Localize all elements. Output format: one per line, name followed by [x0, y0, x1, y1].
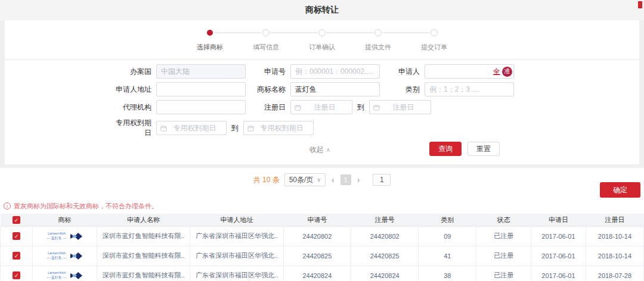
cell-company: 深圳市蓝灯鱼智能科技有限..	[97, 246, 190, 266]
category-field[interactable]	[425, 82, 514, 96]
expiry-date-label: 专用权到期日	[113, 118, 156, 138]
divider	[5, 59, 639, 60]
calendar-icon	[295, 104, 301, 111]
row-checkbox[interactable]: ✓	[13, 271, 20, 279]
row-checkbox[interactable]: ✓	[13, 252, 20, 260]
col-applicant-name: 申请人名称	[97, 214, 190, 226]
trademark-name-field[interactable]	[290, 82, 380, 96]
apply-no-field[interactable]	[290, 64, 380, 79]
result-section: 共 10 条 50条/页 ∨ ‹ 1 › 1 确定 i 置灰商标为国际标和无效商…	[0, 168, 644, 281]
step-dot	[374, 29, 382, 36]
stepper: 选择商标 填写信息 订单确认 提供文件 提交订单	[5, 20, 639, 52]
col-apply-date: 申请日	[531, 214, 586, 226]
step-dot-active	[207, 30, 213, 36]
cell-apply-date: 2017-06-01	[531, 266, 586, 281]
col-reg-no: 注册号	[351, 214, 419, 226]
cell-address: 广东省深圳市福田区华强北..	[190, 266, 283, 281]
col-applicant-address: 申请人地址	[190, 214, 283, 226]
calendar-icon	[373, 104, 380, 111]
cell-reg-no: 24420802	[351, 226, 419, 246]
step-select-trademark: 选择商标	[182, 27, 238, 52]
trademark-logo: Lanternfish — 蓝灯鱼 —	[33, 232, 97, 240]
search-form: 办案国 申请号 申请人 全 准 申请人地址	[113, 64, 531, 157]
step-submit-order: 提交订单	[406, 27, 462, 52]
register-date-label: 注册日	[247, 102, 290, 113]
step-fill-info: 填写信息	[238, 27, 294, 52]
confirm-button[interactable]: 确定	[600, 182, 640, 198]
notice-row: i 置灰商标为国际标和无效商标，不符合办理条件。	[0, 201, 644, 211]
table-header-row: ✓ 商标 申请人名称 申请人地址 申请号 注册号 类别 状态 申请日 注册日	[1, 214, 644, 226]
next-page-button[interactable]: ›	[356, 175, 361, 185]
country-field	[156, 64, 246, 79]
cell-reg-date: 2018-07-28	[586, 266, 643, 281]
cell-status: 已注册	[476, 246, 531, 266]
cell-reg-no: 24420825	[351, 246, 419, 266]
table-row: ✓ Lanternfish — 蓝灯鱼 — 深圳市蓝灯	[1, 266, 644, 281]
chevron-down-icon: ∨	[317, 177, 321, 183]
page-size-select[interactable]: 50条/页 ∨	[284, 173, 326, 186]
cell-apply-no: 24420825	[283, 246, 351, 266]
cell-apply-no: 24420824	[283, 266, 351, 281]
expiry-date-end-picker[interactable]: 专用权到期日	[243, 121, 314, 135]
page-title: 商标转让	[305, 5, 339, 15]
prev-page-button[interactable]: ‹	[330, 175, 336, 185]
collapse-link[interactable]: 收起 ∧	[309, 145, 330, 155]
cell-address: 广东省深圳市福田区华强北..	[190, 246, 283, 266]
cell-company: 深圳市蓝灯鱼智能科技有限..	[97, 226, 190, 246]
search-button[interactable]: 查询	[429, 142, 462, 156]
cell-class: 38	[419, 266, 476, 281]
trademark-name-label: 商标名称	[247, 85, 290, 95]
cell-status: 已注册	[476, 266, 531, 281]
col-apply-no: 申请号	[283, 214, 351, 226]
trademark-table: ✓ 商标 申请人名称 申请人地址 申请号 注册号 类别 状态 申请日 注册日 ✓…	[0, 214, 644, 281]
current-page[interactable]: 1	[340, 174, 351, 185]
category-label: 类别	[382, 85, 425, 95]
pagination: 共 10 条 50条/页 ∨ ‹ 1 › 1	[0, 173, 644, 187]
fish-logo-icon	[69, 271, 83, 280]
col-reg-date: 注册日	[586, 214, 643, 226]
cell-apply-date: 2017-06-01	[531, 246, 586, 266]
cell-apply-no: 24420802	[283, 226, 351, 246]
cell-apply-date: 2017-06-01	[531, 226, 586, 246]
applicant-address-field[interactable]	[156, 82, 246, 96]
table-row: ✓ Lanternfish — 蓝灯鱼 — 深圳市蓝灯	[1, 226, 644, 246]
cell-reg-date: 2018-10-14	[586, 226, 643, 246]
cell-class: 41	[419, 246, 476, 266]
jump-page-input[interactable]: 1	[373, 174, 391, 186]
register-date-end-picker[interactable]: 注册日	[369, 100, 431, 114]
trademark-logo: Lanternfish — 蓝灯鱼 —	[33, 271, 97, 279]
cell-reg-no: 24420824	[351, 266, 419, 281]
page-header: 商标转让	[0, 0, 644, 20]
fish-logo-icon	[69, 232, 83, 241]
wizard-card: 选择商标 填写信息 订单确认 提供文件 提交订单 办案国	[5, 20, 639, 164]
exact-match-badge[interactable]: 准	[502, 67, 512, 77]
reset-button[interactable]: 重置	[467, 142, 500, 156]
step-dot	[262, 29, 270, 36]
cell-address: 广东省深圳市福田区华强北..	[190, 226, 283, 246]
cell-reg-date: 2018-10-14	[586, 246, 643, 266]
applicant-label: 申请人	[382, 67, 425, 77]
notice-text: 置灰商标为国际标和无效商标，不符合办理条件。	[14, 202, 158, 211]
trademark-logo: Lanternfish — 蓝灯鱼 —	[33, 251, 97, 260]
agency-label: 代理机构	[113, 102, 156, 113]
register-date-start-picker[interactable]: 注册日	[290, 100, 352, 114]
cell-class: 09	[419, 226, 476, 246]
full-match-button[interactable]: 全	[493, 67, 500, 77]
agency-field[interactable]	[156, 100, 246, 114]
col-status: 状态	[476, 214, 531, 226]
chevron-up-icon: ∧	[326, 146, 330, 153]
step-dot	[318, 29, 326, 36]
calendar-icon	[247, 125, 254, 132]
cell-company: 深圳市蓝灯鱼智能科技有限..	[97, 266, 190, 281]
apply-no-label: 申请号	[247, 67, 290, 77]
select-all-checkbox[interactable]: ✓	[13, 216, 20, 224]
to-separator: 到	[352, 102, 369, 113]
cell-status: 已注册	[476, 226, 531, 246]
expiry-date-start-picker[interactable]: 专用权到期日	[156, 121, 227, 135]
total-count: 共 10 条	[253, 175, 280, 185]
to-separator: 到	[227, 123, 243, 133]
row-checkbox[interactable]: ✓	[13, 232, 20, 240]
step-order-confirm: 订单确认	[294, 27, 350, 52]
fish-logo-icon	[69, 252, 83, 260]
country-label: 办案国	[113, 67, 156, 77]
